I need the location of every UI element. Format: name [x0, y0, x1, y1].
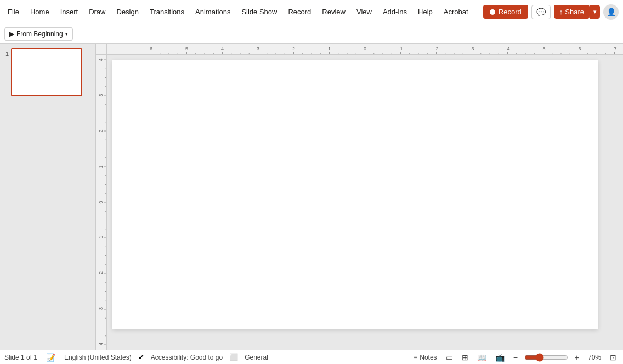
ruler-corner: [96, 44, 107, 55]
slide-item: 1: [2, 48, 93, 96]
slide-canvas[interactable]: [112, 60, 598, 329]
from-beginning-label: From Beginning: [16, 30, 63, 38]
accessibility-label: Accessibility: Good to go: [151, 354, 223, 361]
status-right: ≡ Notes ▭ ⊞ 📖 📺 − + 70% ⊡: [411, 352, 619, 363]
comments-icon: 💬: [536, 8, 546, 16]
user-avatar[interactable]: 👤: [603, 4, 619, 20]
menu-slideshow[interactable]: Slide Show: [236, 5, 282, 18]
normal-view-button[interactable]: ▭: [444, 352, 455, 363]
zoom-percentage: 70%: [586, 354, 603, 361]
share-button[interactable]: ↑ Share: [554, 5, 590, 19]
ruler-v-container: [96, 55, 623, 350]
zoom-out-button[interactable]: −: [511, 352, 520, 363]
slide-count: Slide 1 of 1: [4, 354, 37, 361]
slides-panel: 1: [0, 44, 96, 350]
reading-view-button[interactable]: 📖: [475, 352, 489, 363]
menu-help[interactable]: Help: [412, 5, 438, 18]
share-dropdown-button[interactable]: ▾: [590, 5, 600, 19]
menu-addins[interactable]: Add-ins: [377, 5, 412, 18]
from-beginning-button[interactable]: ▶ From Beginning ▾: [4, 27, 73, 41]
ruler-row: [96, 44, 623, 55]
share-group: ↑ Share ▾: [554, 5, 600, 19]
accessibility-icon: ✔: [138, 353, 144, 361]
status-left: Slide 1 of 1 📝 English (United States) ✔…: [4, 352, 268, 363]
user-avatar-icon: 👤: [607, 8, 616, 16]
notes-icon: ≡: [414, 354, 417, 361]
notes-label: Notes: [420, 354, 437, 361]
menu-draw[interactable]: Draw: [83, 5, 111, 18]
menu-animations[interactable]: Animations: [190, 5, 236, 18]
menu-right-actions: Record 💬 ↑ Share ▾ 👤: [483, 4, 621, 20]
fit-to-window-button[interactable]: ⊡: [608, 352, 619, 363]
slide-canvas-area[interactable]: [107, 55, 623, 350]
slide-thumbnail[interactable]: [11, 48, 82, 96]
zoom-in-button[interactable]: +: [573, 352, 581, 363]
menu-acrobat[interactable]: Acrobat: [438, 5, 474, 18]
canvas-area: [96, 44, 623, 350]
menu-insert[interactable]: Insert: [55, 5, 84, 18]
menu-transitions[interactable]: Transitions: [144, 5, 190, 18]
menu-review[interactable]: Review: [316, 5, 351, 18]
ruler-v-canvas: [96, 55, 107, 350]
chevron-down-icon: ▾: [65, 31, 68, 37]
menu-record[interactable]: Record: [282, 5, 316, 18]
record-dot-icon: [490, 9, 495, 15]
record-button-label: Record: [499, 8, 522, 16]
presenter-view-button[interactable]: 📺: [493, 352, 507, 363]
share-icon: ↑: [559, 8, 563, 16]
menu-bar: File Home Insert Draw Design Transitions…: [0, 0, 623, 24]
menu-design[interactable]: Design: [111, 5, 144, 18]
play-icon: ▶: [9, 30, 14, 38]
menu-file[interactable]: File: [2, 5, 25, 18]
notes-button[interactable]: ≡ Notes: [411, 354, 439, 361]
spelling-check-button[interactable]: 📝: [44, 352, 58, 363]
ruler-horizontal: [107, 44, 623, 55]
status-bar: Slide 1 of 1 📝 English (United States) ✔…: [0, 350, 623, 364]
zoom-slider[interactable]: [524, 353, 568, 362]
share-button-label: Share: [565, 8, 584, 16]
slide-number: 1: [2, 48, 9, 57]
slide-sorter-button[interactable]: ⊞: [460, 352, 471, 363]
ruler-vertical: [96, 55, 107, 350]
design-ideas-label: General: [245, 354, 268, 361]
record-button[interactable]: Record: [483, 5, 528, 19]
design-ideas-icon: ⬜: [229, 353, 238, 361]
main-area: 1: [0, 44, 623, 350]
language-label: English (United States): [64, 354, 132, 361]
menu-view[interactable]: View: [351, 5, 377, 18]
comments-button[interactable]: 💬: [531, 5, 551, 19]
menu-home[interactable]: Home: [25, 5, 55, 18]
toolbar: ▶ From Beginning ▾: [0, 24, 623, 44]
menu-items: File Home Insert Draw Design Transitions…: [2, 5, 483, 18]
ruler-h-canvas: [107, 44, 623, 55]
